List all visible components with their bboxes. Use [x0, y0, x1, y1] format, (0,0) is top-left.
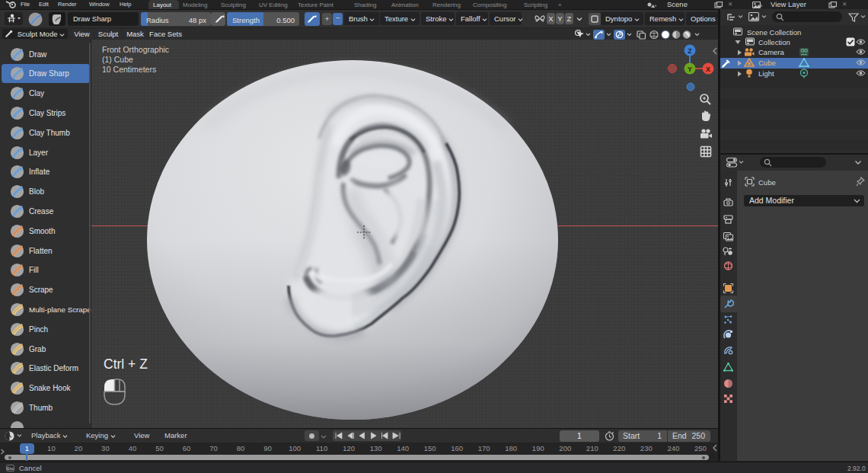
- svg-text:X: X: [706, 66, 710, 73]
- svg-text:Front Orthographic: Front Orthographic: [102, 45, 169, 54]
- svg-text:Ctrl + Z: Ctrl + Z: [104, 356, 148, 372]
- svg-text:Z: Z: [688, 47, 692, 55]
- svg-text:10 Centimeters: 10 Centimeters: [102, 65, 156, 74]
- svg-text:Y: Y: [688, 66, 692, 73]
- svg-text:(1) Cube: (1) Cube: [102, 55, 133, 64]
